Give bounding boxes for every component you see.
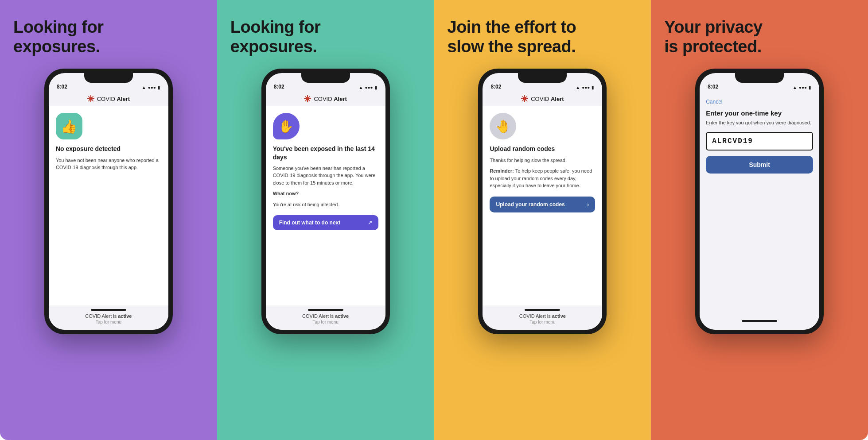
svg-line-23 — [522, 96, 523, 98]
tap-menu-2: Tap for menu — [266, 320, 385, 324]
panel-2-title: Looking forexposures. — [230, 18, 320, 56]
svg-line-26 — [522, 100, 523, 101]
status-time-2: 8:02 — [274, 84, 284, 90]
wifi-icon-4: ▲ — [793, 85, 797, 90]
notch-3 — [518, 73, 567, 83]
notch-2 — [301, 73, 350, 83]
screen-2: ✋ You've been exposed in the last 14 day… — [266, 106, 385, 305]
svg-line-25 — [526, 96, 527, 98]
svg-line-24 — [526, 100, 527, 101]
screen-text-3a: Thanks for helping slow the spread! — [490, 157, 595, 164]
panel-4: Your privacyis protected. 8:02 ▲ ●●● ▮ C… — [651, 0, 868, 440]
cancel-link[interactable]: Cancel — [706, 99, 813, 105]
svg-line-14 — [305, 96, 307, 98]
thumb-icon: 👍 — [56, 113, 82, 139]
notch-1 — [84, 73, 133, 83]
what-now-title: What now? — [273, 190, 378, 197]
panel-1-title: Looking forexposures. — [13, 18, 103, 56]
active-status-2: COVID Alert is active — [266, 313, 385, 319]
status-time-1: 8:02 — [57, 84, 67, 90]
wifi-icon-3: ▲ — [576, 85, 580, 90]
svg-line-17 — [305, 100, 307, 101]
panel-2: Looking forexposures. 8:02 ▲ ●●● ▮ — [217, 0, 434, 440]
key-desc: Enter the key you got when you were diag… — [706, 120, 813, 126]
wifi-icon-2: ▲ — [359, 85, 363, 90]
status-time-4: 8:02 — [708, 84, 718, 90]
svg-line-7 — [92, 96, 93, 98]
key-input-display[interactable]: ALRCVD19 — [706, 132, 813, 151]
signal-icon-4: ●●● — [799, 85, 807, 90]
status-icons-3: ▲ ●●● ▮ — [576, 85, 594, 90]
covid-logo-2 — [304, 95, 311, 102]
home-indicator-4 — [742, 320, 777, 322]
svg-line-6 — [92, 100, 93, 101]
covid-logo-1 — [87, 95, 94, 102]
find-out-button[interactable]: Find out what to do next ↗ — [273, 215, 378, 230]
svg-point-9 — [306, 97, 309, 100]
app-header-2: COVID Alert — [266, 93, 385, 106]
screen-3: 🤚 Upload random codes Thanks for helping… — [483, 106, 602, 305]
phone-3: 8:02 ▲ ●●● ▮ — [478, 69, 607, 334]
upload-codes-label: Upload your random codes — [496, 201, 564, 208]
what-now-text: You're at risk of being infected. — [273, 201, 378, 208]
status-time-3: 8:02 — [490, 84, 501, 90]
signal-icon-3: ●●● — [582, 85, 590, 90]
active-status-3: COVID Alert is active — [483, 313, 602, 319]
bottom-bar-2: COVID Alert is active Tap for menu — [266, 305, 385, 330]
battery-icon-3: ▮ — [592, 85, 594, 90]
screen-4: Cancel Enter your one-time key Enter the… — [700, 93, 819, 316]
svg-line-15 — [309, 100, 310, 101]
reminder-bold: Reminder: — [490, 168, 514, 174]
panel-3-title: Join the effort toslow the spread. — [448, 18, 576, 56]
chevron-right-icon: › — [587, 201, 589, 208]
app-name-1: COVID Alert — [97, 96, 130, 102]
screen-title-1: No exposure detected — [56, 145, 161, 153]
home-indicator-1 — [91, 309, 126, 311]
battery-icon-4: ▮ — [809, 85, 811, 90]
phone-4: 8:02 ▲ ●●● ▮ Cancel Enter your one-time … — [695, 69, 824, 334]
covid-logo-3 — [521, 95, 528, 102]
signal-icon: ●●● — [148, 85, 156, 90]
stop-hand-icon: ✋ — [273, 113, 300, 139]
upload-hand-icon: 🤚 — [490, 113, 516, 139]
home-indicator-2 — [308, 309, 343, 311]
app-header-1: COVID Alert — [49, 93, 168, 106]
screen-1: 👍 No exposure detected You have not been… — [49, 106, 168, 305]
svg-line-8 — [88, 100, 90, 101]
find-out-label: Find out what to do next — [279, 220, 341, 226]
signal-icon-2: ●●● — [365, 85, 373, 90]
phone-1: 8:02 ▲ ●●● ▮ — [44, 69, 173, 334]
active-status-1: COVID Alert is active — [49, 313, 168, 319]
panel-3: Join the effort toslow the spread. 8:02 … — [434, 0, 651, 440]
app-header-3: COVID Alert — [483, 93, 602, 106]
tap-menu-3: Tap for menu — [483, 320, 602, 324]
svg-line-5 — [88, 96, 90, 98]
external-link-icon: ↗ — [368, 220, 372, 226]
status-icons-2: ▲ ●●● ▮ — [359, 85, 378, 90]
screen-text-2a: Someone you've been near has reported a … — [273, 165, 378, 187]
bottom-bar-3: COVID Alert is active Tap for menu — [483, 305, 602, 330]
bottom-bar-4 — [700, 316, 819, 330]
screen-title-3: Upload random codes — [490, 145, 595, 153]
app-name-3: COVID Alert — [531, 96, 564, 102]
app-name-2: COVID Alert — [314, 96, 346, 102]
panel-4-title: Your privacyis protected. — [664, 18, 762, 56]
battery-icon-2: ▮ — [375, 85, 378, 90]
home-indicator-3 — [525, 309, 560, 311]
phone-2: 8:02 ▲ ●●● ▮ — [261, 69, 390, 334]
status-icons-4: ▲ ●●● ▮ — [793, 85, 811, 90]
panel-1: Looking forexposures. 8:02 ▲ ●●● ▮ — [0, 0, 217, 440]
bottom-bar-1: COVID Alert is active Tap for menu — [49, 305, 168, 330]
upload-codes-button[interactable]: Upload your random codes › — [490, 197, 595, 212]
svg-line-16 — [309, 96, 310, 98]
screen-text-1: You have not been near anyone who report… — [56, 157, 161, 171]
wifi-icon: ▲ — [142, 85, 146, 90]
screen-text-3b: Reminder: To help keep people safe, you … — [490, 167, 595, 189]
status-icons-1: ▲ ●●● ▮ — [142, 85, 160, 90]
notch-4 — [735, 73, 784, 83]
key-title: Enter your one-time key — [706, 109, 813, 117]
submit-button[interactable]: Submit — [706, 156, 813, 174]
screen-title-2: You've been exposed in the last 14 days — [273, 145, 378, 161]
tap-menu-1: Tap for menu — [49, 320, 168, 324]
battery-icon: ▮ — [158, 85, 160, 90]
